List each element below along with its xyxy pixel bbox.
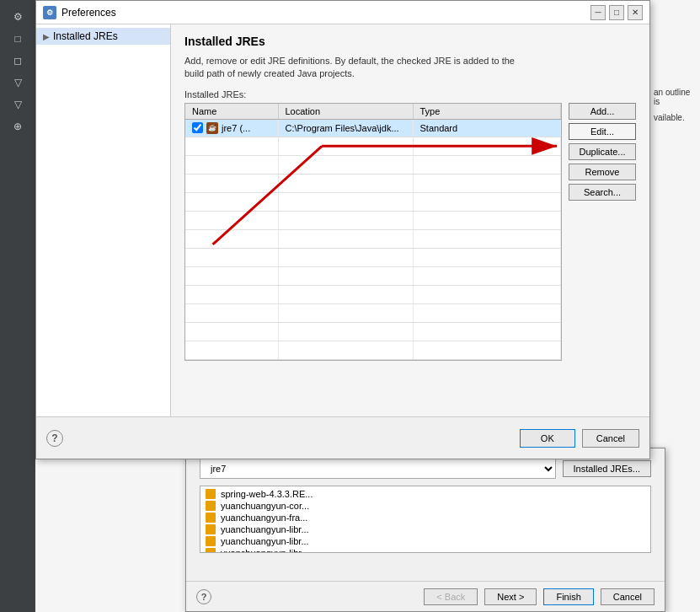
ide-icon-1[interactable]: ⚙ bbox=[5, 7, 30, 27]
second-cancel-button[interactable]: Cancel bbox=[601, 588, 655, 605]
ide-left-icons: ⚙ □ ◻ ▽ ▽ ⊕ bbox=[0, 0, 35, 137]
second-dialog-footer: ? < Back Next > Finish Cancel bbox=[186, 581, 665, 611]
project-icon bbox=[206, 536, 216, 546]
next-button[interactable]: Next > bbox=[484, 588, 537, 605]
list-item[interactable]: yuanchuangyun-cor... bbox=[202, 500, 649, 512]
finish-button[interactable]: Finish bbox=[543, 588, 593, 605]
ide-right-text2: vailable. bbox=[650, 110, 700, 126]
ide-left-panel: ⚙ □ ◻ ▽ ▽ ⊕ bbox=[0, 0, 35, 612]
project-name: yuanchuangyun-libr... bbox=[221, 536, 309, 546]
jre-dropdown[interactable]: jre7 bbox=[200, 459, 556, 479]
ide-icon-4[interactable]: ▽ bbox=[5, 72, 30, 93]
ide-icon-6[interactable]: ⊕ bbox=[5, 116, 30, 137]
svg-line-2 bbox=[213, 146, 323, 244]
list-item[interactable]: yuanchuangyun-libr... bbox=[202, 535, 649, 547]
arrow-annotation bbox=[36, 1, 649, 459]
list-item[interactable]: yuanchuangyun-fra... bbox=[202, 512, 649, 523]
project-icon bbox=[206, 513, 216, 523]
project-name: yuanchuangyun-libr... bbox=[221, 548, 309, 553]
project-icon bbox=[206, 548, 216, 553]
back-button[interactable]: < Back bbox=[424, 588, 478, 605]
project-icon bbox=[206, 489, 216, 499]
ide-right-text1: an outline is bbox=[650, 84, 700, 110]
second-help-button[interactable]: ? bbox=[196, 589, 211, 604]
project-name: yuanchuangyun-fra... bbox=[221, 513, 307, 523]
jre-dropdown-row: jre7 Installed JREs... bbox=[200, 459, 651, 479]
list-item[interactable]: yuanchuangyun-libr... bbox=[202, 523, 649, 535]
project-icon bbox=[206, 524, 216, 534]
ide-icon-3[interactable]: ◻ bbox=[5, 51, 30, 71]
ide-icon-2[interactable]: □ bbox=[5, 29, 30, 49]
installed-jres-button[interactable]: Installed JREs... bbox=[563, 460, 651, 477]
second-dialog-body: jre7 Installed JREs... spring-web-4.3.3.… bbox=[186, 448, 665, 563]
project-icon bbox=[206, 501, 216, 511]
project-list[interactable]: spring-web-4.3.3.RE... yuanchuangyun-cor… bbox=[200, 486, 651, 553]
project-name: spring-web-4.3.3.RE... bbox=[221, 489, 313, 499]
second-dialog: jre7 Installed JREs... spring-web-4.3.3.… bbox=[185, 448, 665, 612]
ide-icon-5[interactable]: ▽ bbox=[5, 94, 30, 115]
project-name: yuanchuangyun-libr... bbox=[221, 524, 309, 534]
list-item[interactable]: spring-web-4.3.3.RE... bbox=[202, 488, 649, 500]
project-name: yuanchuangyun-cor... bbox=[221, 501, 309, 511]
preferences-window: ⚙ Preferences ─ □ ✕ ▶ Installed JREs Ins… bbox=[35, 0, 650, 459]
list-item[interactable]: yuanchuangyun-libr... bbox=[202, 547, 649, 553]
